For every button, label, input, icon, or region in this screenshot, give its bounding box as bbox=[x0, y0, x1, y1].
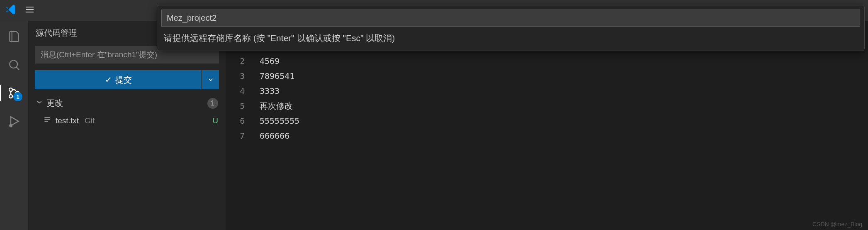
sidebar-title: 源代码管理 bbox=[36, 27, 77, 39]
changes-count-badge: 1 bbox=[207, 98, 218, 109]
explorer-icon[interactable] bbox=[7, 30, 21, 43]
quick-input-panel: 请提供远程存储库名称 (按 "Enter" 以确认或按 "Esc" 以取消) bbox=[157, 5, 865, 51]
file-status-badge: U bbox=[212, 116, 218, 125]
quick-input-hint: 请提供远程存储库名称 (按 "Enter" 以确认或按 "Esc" 以取消) bbox=[161, 27, 860, 46]
run-debug-icon[interactable] bbox=[7, 115, 21, 128]
vscode-logo-icon bbox=[5, 4, 17, 17]
activity-bar: 1 bbox=[0, 21, 28, 230]
changes-label: 更改 bbox=[46, 98, 63, 109]
line-number: 7 bbox=[226, 128, 245, 143]
line-number: 4 bbox=[226, 83, 245, 98]
file-icon bbox=[43, 115, 51, 126]
svg-point-6 bbox=[9, 95, 12, 98]
code-line[interactable]: 55555555 bbox=[260, 113, 868, 128]
svg-marker-8 bbox=[11, 117, 19, 125]
changes-section-header[interactable]: 更改 1 bbox=[28, 93, 226, 113]
line-number: 5 bbox=[226, 98, 245, 113]
commit-button[interactable]: ✓ 提交 bbox=[35, 70, 202, 89]
code-line[interactable]: 3333 bbox=[260, 83, 868, 98]
code-line[interactable]: 666666 bbox=[260, 128, 868, 143]
svg-point-5 bbox=[9, 88, 12, 91]
scm-icon[interactable]: 1 bbox=[7, 86, 21, 100]
remote-name-input[interactable] bbox=[161, 10, 860, 27]
editor-code[interactable]: 123456978965413333再次修改55555555666666 bbox=[255, 39, 868, 230]
scm-badge: 1 bbox=[13, 92, 22, 101]
menu-icon[interactable] bbox=[25, 5, 35, 16]
code-line[interactable]: 4569 bbox=[260, 54, 868, 69]
line-number: 3 bbox=[226, 69, 245, 83]
svg-line-4 bbox=[16, 67, 19, 70]
editor-area: Git › 1.txt 1234567 123456978965413333再次… bbox=[226, 21, 868, 230]
file-path: Git bbox=[85, 116, 95, 125]
svg-point-3 bbox=[10, 60, 17, 68]
scm-sidebar: 源代码管理 ✓ 提交 更改 1 test.txt Git bbox=[28, 21, 226, 230]
search-icon[interactable] bbox=[7, 58, 21, 71]
line-number-gutter: 1234567 bbox=[226, 39, 255, 230]
line-number: 2 bbox=[226, 54, 245, 69]
line-number: 6 bbox=[226, 113, 245, 128]
code-line[interactable]: 再次修改 bbox=[260, 98, 868, 113]
commit-dropdown-button[interactable] bbox=[202, 70, 219, 89]
check-icon: ✓ bbox=[105, 75, 112, 85]
code-line[interactable]: 7896541 bbox=[260, 69, 868, 83]
chevron-down-icon bbox=[36, 98, 43, 108]
changed-file-item[interactable]: test.txt Git U bbox=[28, 113, 226, 128]
commit-button-label: 提交 bbox=[115, 74, 132, 86]
watermark: CSDN @mez_Blog bbox=[812, 221, 862, 228]
file-name: test.txt bbox=[56, 116, 79, 125]
